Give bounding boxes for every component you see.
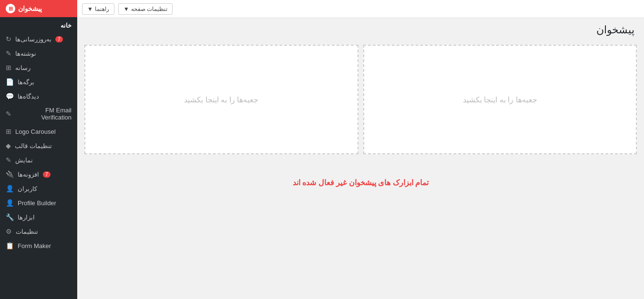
comments-label: دیدگاه‌ها (18, 93, 39, 100)
plugins-badge: 7 (43, 171, 51, 178)
form-maker-label: Form Maker (18, 242, 51, 249)
sidebar-header: پیشخوان ⊞ (0, 0, 77, 17)
sidebar-item-form-maker[interactable]: Form Maker 📋 (0, 239, 77, 253)
updates-icon: ↻ (6, 35, 11, 43)
pages-label: برگه‌ها (18, 79, 34, 86)
logo-carousel-label: Logo Carousel (15, 128, 56, 135)
top-bar-buttons: تنظیمات صفحه ▼ راهنما ▼ (82, 3, 173, 15)
appearance-icon: ✎ (6, 156, 11, 164)
sidebar-item-plugins[interactable]: 7 افزونه‌ها 🔌 (0, 167, 77, 181)
users-label: کاربران (18, 185, 37, 192)
fm-email-icon: ✎ (6, 110, 11, 118)
page-settings-label: تنظیمات صفحه (131, 6, 167, 12)
guide-label: راهنما (95, 6, 109, 12)
posts-icon: ✎ (6, 50, 11, 57)
plugins-icon: 🔌 (6, 170, 14, 178)
page-title: پیشخوان (87, 24, 634, 36)
profile-builder-label: Profile Builder (18, 199, 56, 207)
sidebar-header-title: پیشخوان (18, 5, 42, 12)
sidebar-item-fm-email[interactable]: FM Email Verification ✎ (0, 103, 77, 124)
page-settings-dropdown-icon: ▼ (123, 6, 129, 12)
sidebar: پیشخوان ⊞ خانه 7 به‌روزرسانی‌ها ↻ نوشته‌… (0, 0, 77, 299)
main-area: تنظیمات صفحه ▼ راهنما ▼ پیشخوان جعبه‌ها … (77, 0, 644, 299)
updates-label: به‌روزرسانی‌ها (15, 36, 51, 43)
sidebar-item-media[interactable]: رسانه ⊞ (0, 60, 77, 75)
tools-icon: 🔧 (6, 213, 14, 221)
fm-email-label: FM Email Verification (15, 107, 72, 121)
sidebar-item-posts[interactable]: نوشته‌ها ✎ (0, 46, 77, 60)
sidebar-item-logo-carousel[interactable]: Logo Carousel ⊞ (0, 124, 77, 139)
settings-icon: ⚙ (6, 228, 12, 235)
posts-label: نوشته‌ها (15, 50, 36, 57)
tools-label: ابزارها (18, 214, 35, 221)
sidebar-item-appearance[interactable]: نمایش ✎ (0, 153, 77, 167)
pages-icon: 📄 (6, 78, 14, 86)
comments-icon: 💬 (6, 92, 14, 100)
dashboard-content: جعبه‌ها را به اینجا بکشید جعبه‌ها را به … (77, 40, 644, 299)
sidebar-item-settings[interactable]: تنظیمات ⚙ (0, 224, 77, 239)
widget-grid: جعبه‌ها را به اینجا بکشید جعبه‌ها را به … (84, 45, 637, 154)
page-settings-button[interactable]: تنظیمات صفحه ▼ (118, 3, 173, 15)
sidebar-item-pages[interactable]: برگه‌ها 📄 (0, 75, 77, 89)
media-icon: ⊞ (6, 64, 11, 71)
theme-settings-icon: ◆ (6, 142, 11, 150)
profile-builder-icon: 👤 (6, 199, 14, 207)
theme-settings-label: تنظیمات قالب (15, 142, 52, 150)
sidebar-item-updates[interactable]: 7 به‌روزرسانی‌ها ↻ (0, 32, 77, 46)
plugins-label: افزونه‌ها (18, 171, 39, 178)
sidebar-item-theme-settings[interactable]: تنظیمات قالب ◆ (0, 139, 77, 153)
widget-drop-placeholder-left: جعبه‌ها را به اینجا بکشید (463, 95, 537, 104)
sidebar-item-comments[interactable]: دیدگاه‌ها 💬 (0, 89, 77, 103)
users-icon: 👤 (6, 185, 14, 192)
form-maker-icon: 📋 (6, 242, 14, 249)
widget-box-left: جعبه‌ها را به اینجا بکشید (363, 45, 637, 154)
section-home: خانه (0, 17, 77, 32)
media-label: رسانه (15, 64, 31, 71)
sidebar-item-tools[interactable]: ابزارها 🔧 (0, 210, 77, 224)
sidebar-item-users[interactable]: کاربران 👤 (0, 181, 77, 196)
top-bar: تنظیمات صفحه ▼ راهنما ▼ (77, 0, 644, 18)
updates-badge: 7 (55, 36, 63, 42)
widget-box-right: جعبه‌ها را به اینجا بکشید (84, 45, 358, 154)
disabled-message: تمام ابزارک های پیشخوان غیر فعال شده اند (84, 164, 637, 201)
appearance-label: نمایش (15, 157, 33, 164)
guide-button[interactable]: راهنما ▼ (82, 3, 114, 15)
logo-carousel-icon: ⊞ (6, 128, 11, 135)
disabled-message-text: تمام ابزارک های پیشخوان غیر فعال شده اند (293, 179, 429, 187)
dashboard-icon: ⊞ (6, 4, 15, 13)
settings-label: تنظیمات (16, 228, 38, 235)
app-wrapper: پیشخوان ⊞ خانه 7 به‌روزرسانی‌ها ↻ نوشته‌… (0, 0, 644, 299)
widget-drop-placeholder-right: جعبه‌ها را به اینجا بکشید (184, 95, 258, 104)
page-title-bar: پیشخوان (77, 18, 644, 40)
sidebar-item-profile-builder[interactable]: Profile Builder 👤 (0, 196, 77, 210)
guide-dropdown-icon: ▼ (87, 6, 93, 12)
